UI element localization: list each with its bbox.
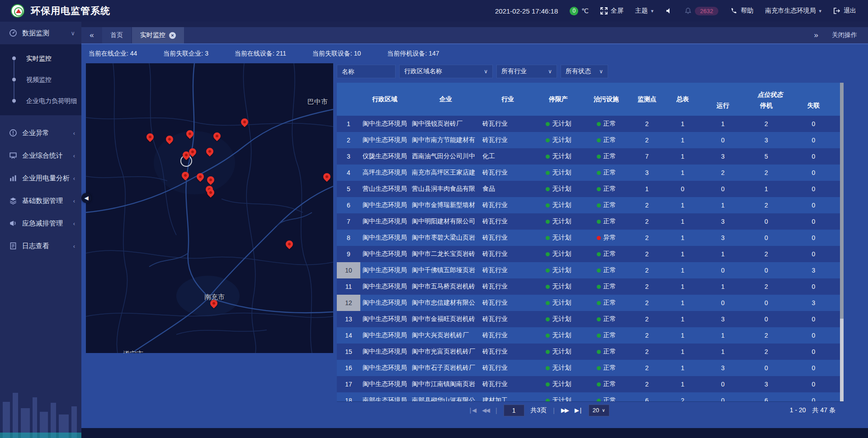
table-row[interactable]: 12阆中生态环境局阆中市忠信建材有限公砖瓦行业无计划正常21003 xyxy=(337,295,840,311)
cell-stop-count: 2 xyxy=(745,246,787,262)
sidebar-item-realtime-monitor[interactable]: 实时监控 xyxy=(0,48,81,69)
panel-collapse-button[interactable]: ◀ xyxy=(81,193,91,203)
last-page-icon[interactable]: ▶❘ xyxy=(575,407,582,414)
status-dot-green xyxy=(546,171,550,175)
industry-filter-select[interactable]: 所有行业∨ xyxy=(496,65,557,78)
status-dot-green xyxy=(546,203,550,207)
cell-run-count: 0 xyxy=(700,295,745,311)
row-index: 11 xyxy=(337,278,360,295)
megaphone-icon xyxy=(9,219,17,227)
mute-button[interactable] xyxy=(665,7,673,14)
col-monitor: 监测点 xyxy=(629,83,665,116)
tab-realtime-monitor[interactable]: 实时监控 × xyxy=(132,27,184,43)
page-number-input[interactable] xyxy=(504,405,524,416)
table-scrollbar[interactable] xyxy=(840,83,844,401)
fullscreen-button[interactable]: 全屏 xyxy=(600,7,623,15)
row-index: 12 xyxy=(337,295,360,311)
table-row[interactable]: 17阆中生态环境局阆中市江南镇阆南页岩砖瓦行业无计划正常21030 xyxy=(337,376,840,392)
cell-monitor-count: 2 xyxy=(629,213,665,230)
cell-meter-count: 1 xyxy=(665,360,700,376)
first-page-icon[interactable]: ❘◀ xyxy=(468,407,476,414)
theme-dropdown[interactable]: 主题 ▾ xyxy=(635,7,654,15)
table-row[interactable]: 7阆中生态环境局阆中明阳建材有限公司砖瓦行业无计划正常21300 xyxy=(337,213,840,230)
logout-button[interactable]: 退出 xyxy=(833,7,856,15)
name-filter-input[interactable] xyxy=(337,65,396,78)
sidebar-group-data-monitor[interactable]: 数据监测 ∨ xyxy=(0,22,81,44)
status-dot-green xyxy=(597,138,601,142)
cell-industry: 砖瓦行业 xyxy=(482,246,533,262)
col-lost: 失联 xyxy=(787,100,840,116)
cell-industry: 砖瓦行业 xyxy=(482,360,533,376)
chevron-down-icon: ▾ xyxy=(819,8,821,14)
cell-region: 阆中生态环境局 xyxy=(360,344,409,360)
cell-meter-count: 1 xyxy=(665,246,700,262)
filter-row: 行政区域名称∨ 所有行业∨ 所有状态∨ xyxy=(337,65,608,78)
org-dropdown[interactable]: 南充市生态环境局 ▾ xyxy=(765,7,821,15)
page-size-select[interactable]: 20 ∨ xyxy=(589,405,609,416)
status-dot-green xyxy=(597,268,601,273)
cell-limit: 无计划 xyxy=(533,327,584,344)
cell-meter-count: 1 xyxy=(665,116,700,132)
notifications[interactable]: 2632 xyxy=(684,7,719,15)
table-row[interactable]: 16阆中生态环境局阆中市石子页岩机砖厂砖瓦行业无计划正常21300 xyxy=(337,360,840,376)
sidebar-group-power-analysis[interactable]: 企业用电量分析 ‹ xyxy=(0,167,81,189)
row-index: 18 xyxy=(337,392,360,401)
sidebar-group-base-data[interactable]: 基础数据管理 ‹ xyxy=(0,189,81,212)
help-button[interactable]: 帮助 xyxy=(730,7,753,15)
cell-run-count: 3 xyxy=(700,360,745,376)
table-row[interactable]: 6阆中生态环境局阆中市金博瑞新型墙材砖瓦行业无计划正常21120 xyxy=(337,197,840,213)
table-row[interactable]: 1阆中生态环境局阆中强锐页岩砖厂砖瓦行业无计划正常21120 xyxy=(337,116,840,132)
cell-facility: 正常 xyxy=(584,262,629,278)
map-panel[interactable]: 巴中市 南充市 遂宁市 xyxy=(86,63,333,353)
cell-lost-count: 0 xyxy=(787,278,840,295)
cell-monitor-count: 2 xyxy=(629,246,665,262)
sidebar-item-video-monitor[interactable]: 视频监控 xyxy=(0,69,81,90)
table-row[interactable]: 5营山生态环境局营山县润丰肉食品有限食品无计划正常10010 xyxy=(337,181,840,197)
cell-stop-count: 2 xyxy=(745,327,787,344)
stat-stopped-devices: 当前停机设备: 147 xyxy=(387,50,439,58)
table-row[interactable]: 14阆中生态环境局阆中大兴页岩机砖厂砖瓦行业无计划正常21120 xyxy=(337,327,840,344)
cell-run-count: 1 xyxy=(700,197,745,213)
close-operations-button[interactable]: 关闭操作 xyxy=(832,31,857,39)
cell-region: 阆中生态环境局 xyxy=(360,132,409,148)
close-tab-icon[interactable]: × xyxy=(169,32,176,39)
sidebar-group-logs[interactable]: 日志查看 ‹ xyxy=(0,235,81,257)
next-page-icon[interactable]: ▶▶ xyxy=(561,407,568,414)
cell-industry: 砖瓦行业 xyxy=(482,213,533,230)
table-row[interactable]: 4高坪生态环境局南充市高坪区王家店建砖瓦行业无计划正常31220 xyxy=(337,165,840,181)
cell-region: 阆中生态环境局 xyxy=(360,213,409,230)
tabs-scroll-right-icon[interactable]: » xyxy=(814,31,818,40)
sidebar-group-emergency[interactable]: 应急减排管理 ‹ xyxy=(0,212,81,235)
tabs-scroll-left-icon[interactable]: « xyxy=(81,27,102,43)
cell-company: 营山县润丰肉食品有限 xyxy=(409,181,482,197)
temperature: 0 ℃ xyxy=(570,7,589,15)
region-filter-select[interactable]: 行政区域名称∨ xyxy=(399,65,493,78)
table-row[interactable]: 3仪陇生态环境局西南油气田分公司川中化工无计划正常71350 xyxy=(337,148,840,165)
scrollbar-thumb[interactable] xyxy=(840,83,844,319)
sidebar-group-company-stats[interactable]: 企业综合统计 ‹ xyxy=(0,144,81,167)
table-row[interactable]: 15阆中生态环境局阆中市光富页岩机砖厂砖瓦行业无计划正常21120 xyxy=(337,344,840,360)
cell-company: 南部县砌华山河有限公 xyxy=(409,392,482,401)
tab-home[interactable]: 首页 xyxy=(102,27,131,43)
table-row[interactable]: 18南部生态环境局南部县砌华山河有限公建材加工无计划正常62060 xyxy=(337,392,840,401)
cell-meter-count: 1 xyxy=(665,295,700,311)
cell-meter-count: 1 xyxy=(665,230,700,246)
row-index: 2 xyxy=(337,132,360,148)
cell-lost-count: 0 xyxy=(787,165,840,181)
cell-run-count: 2 xyxy=(700,165,745,181)
table-row[interactable]: 11阆中生态环境局阆中市五马桥页岩机砖砖瓦行业无计划正常21120 xyxy=(337,278,840,295)
col-stop: 停机 xyxy=(745,100,787,116)
prev-page-icon[interactable]: ◀◀ xyxy=(482,407,489,414)
table-row[interactable]: 8阆中生态环境局阆中市枣碧大梁山页岩砖瓦行业无计划异常21300 xyxy=(337,230,840,246)
status-filter-select[interactable]: 所有状态∨ xyxy=(561,65,608,78)
table-row[interactable]: 2阆中生态环境局阆中市南方节能建材有砖瓦行业无计划正常21030 xyxy=(337,132,840,148)
sidebar-item-power-load-detail[interactable]: 企业电力负荷明细 xyxy=(0,90,81,112)
table-row[interactable]: 10阆中生态环境局阆中千佛镇五郎垭页岩砖瓦行业无计划正常21003 xyxy=(337,262,840,278)
cell-stop-count: 3 xyxy=(745,376,787,392)
table-row[interactable]: 13阆中生态环境局阆中市金福旺页岩机砖砖瓦行业无计划正常21300 xyxy=(337,311,840,327)
col-industry: 行业 xyxy=(482,83,533,116)
sidebar-group-company-abnormal[interactable]: 企业异常 ‹ xyxy=(0,122,81,144)
status-dot-green xyxy=(546,268,550,273)
status-dot-green xyxy=(546,236,550,240)
table-row[interactable]: 9阆中生态环境局阆中市二龙长宝页岩砖砖瓦行业无计划正常21120 xyxy=(337,246,840,262)
